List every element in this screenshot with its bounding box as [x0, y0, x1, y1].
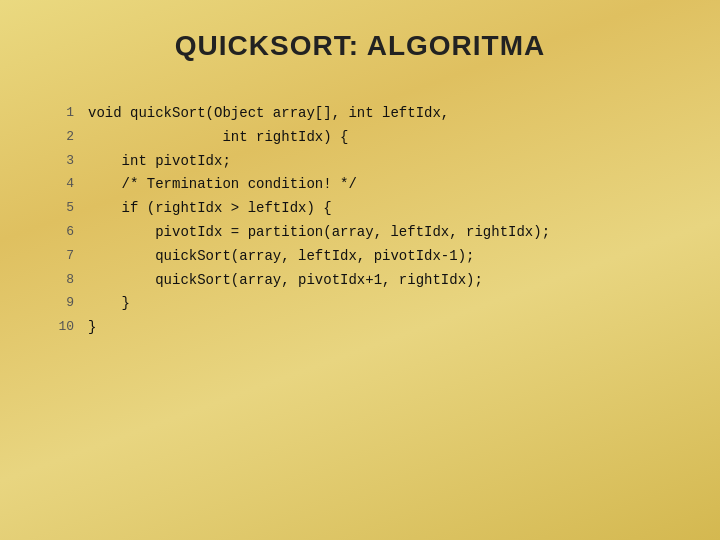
code-line: 8 quickSort(array, pivotIdx+1, rightIdx)… — [50, 269, 670, 293]
code-line: 6 pivotIdx = partition(array, leftIdx, r… — [50, 221, 670, 245]
code-line: 2 int rightIdx) { — [50, 126, 670, 150]
slide-title: QUICKSORT: ALGORITMA — [175, 30, 546, 62]
code-line: 7 quickSort(array, leftIdx, pivotIdx-1); — [50, 245, 670, 269]
line-number: 6 — [50, 221, 74, 245]
line-number: 7 — [50, 245, 74, 269]
line-number: 1 — [50, 102, 74, 126]
line-number: 10 — [50, 316, 74, 340]
code-block: 1void quickSort(Object array[], int left… — [50, 102, 670, 340]
code-line: 5 if (rightIdx > leftIdx) { — [50, 197, 670, 221]
line-content: } — [88, 292, 130, 316]
line-number: 9 — [50, 292, 74, 316]
code-line: 1void quickSort(Object array[], int left… — [50, 102, 670, 126]
line-content: pivotIdx = partition(array, leftIdx, rig… — [88, 221, 550, 245]
line-content: int rightIdx) { — [88, 126, 348, 150]
line-number: 2 — [50, 126, 74, 150]
line-content: quickSort(array, pivotIdx+1, rightIdx); — [88, 269, 483, 293]
code-line: 3 int pivotIdx; — [50, 150, 670, 174]
line-content: quickSort(array, leftIdx, pivotIdx-1); — [88, 245, 474, 269]
code-line: 4 /* Termination condition! */ — [50, 173, 670, 197]
line-number: 4 — [50, 173, 74, 197]
line-content: if (rightIdx > leftIdx) { — [88, 197, 332, 221]
line-content: } — [88, 316, 96, 340]
code-line: 9 } — [50, 292, 670, 316]
line-content: /* Termination condition! */ — [88, 173, 357, 197]
slide: QUICKSORT: ALGORITMA 1void quickSort(Obj… — [0, 0, 720, 540]
line-number: 8 — [50, 269, 74, 293]
line-content: int pivotIdx; — [88, 150, 231, 174]
line-number: 3 — [50, 150, 74, 174]
code-line: 10} — [50, 316, 670, 340]
line-number: 5 — [50, 197, 74, 221]
line-content: void quickSort(Object array[], int leftI… — [88, 102, 449, 126]
